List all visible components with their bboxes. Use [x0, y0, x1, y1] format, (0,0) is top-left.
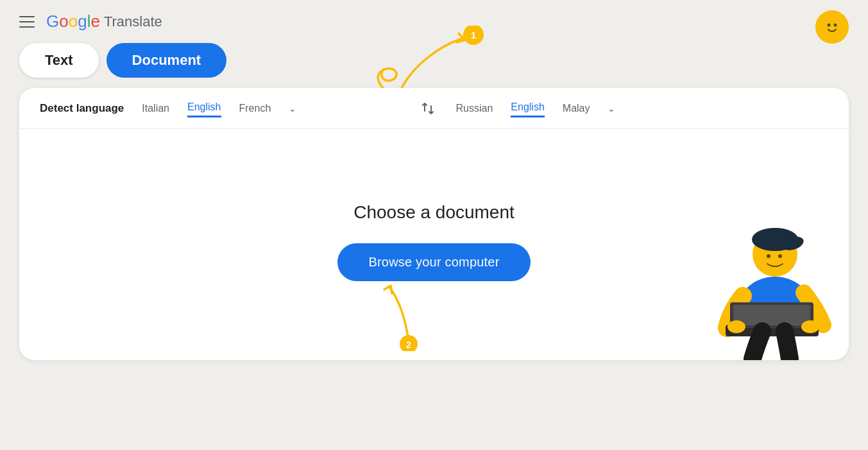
avatar[interactable]	[815, 10, 849, 44]
svg-rect-12	[726, 325, 819, 336]
svg-point-2	[828, 24, 831, 27]
svg-rect-13	[730, 302, 813, 328]
source-lang-french[interactable]: French	[239, 100, 271, 117]
source-more-dropdown[interactable]: ⌄	[289, 103, 296, 114]
logo-letter-g: G	[46, 12, 59, 31]
annotation-2: 2	[370, 281, 447, 354]
main-card: Detect language Italian English French ⌄…	[19, 88, 849, 360]
content-area: Choose a document Browse your computer 2	[19, 129, 849, 360]
detect-language[interactable]: Detect language	[40, 100, 124, 117]
tab-row: Text Document	[0, 43, 868, 88]
logo-letter-o1: o	[59, 12, 68, 31]
tab-text[interactable]: Text	[19, 43, 99, 78]
svg-point-3	[834, 24, 837, 27]
svg-text:1: 1	[471, 30, 476, 40]
header: Google Translate 1	[0, 0, 868, 43]
source-lang-italian[interactable]: Italian	[142, 100, 169, 117]
logo-letter-e: e	[90, 12, 99, 31]
target-lang-malay[interactable]: Malay	[563, 100, 590, 117]
svg-point-0	[463, 26, 484, 45]
svg-point-16	[801, 320, 819, 333]
svg-point-10	[767, 254, 770, 258]
svg-point-7	[753, 232, 797, 277]
logo-letter-g2: g	[78, 12, 87, 31]
chevron-down-icon-2: ⌄	[608, 103, 615, 114]
svg-point-11	[778, 254, 782, 258]
target-more-dropdown[interactable]: ⌄	[608, 103, 615, 114]
lang-bar: Detect language Italian English French ⌄…	[19, 88, 849, 129]
svg-point-15	[728, 320, 745, 333]
translate-label: Translate	[104, 13, 162, 30]
svg-point-9	[779, 234, 805, 253]
svg-text:2: 2	[406, 340, 411, 350]
svg-point-8	[752, 228, 798, 251]
svg-rect-14	[733, 305, 810, 325]
swap-languages-button[interactable]	[413, 101, 443, 116]
choose-document-title: Choose a document	[353, 202, 515, 223]
target-lang-russian[interactable]: Russian	[456, 100, 493, 117]
hamburger-menu-icon[interactable]	[19, 16, 35, 28]
svg-point-4	[400, 335, 418, 351]
svg-point-6	[740, 277, 810, 334]
browse-computer-button[interactable]: Browse your computer	[337, 243, 530, 281]
person-illustration	[669, 193, 849, 360]
lang-target: Russian English Malay ⌄	[443, 99, 829, 117]
chevron-down-icon: ⌄	[289, 103, 296, 114]
google-logo: Google	[46, 12, 100, 31]
target-lang-english[interactable]: English	[511, 99, 544, 117]
lang-source: Detect language Italian English French ⌄	[40, 99, 413, 117]
logo-letter-o2: o	[69, 12, 78, 31]
source-lang-english[interactable]: English	[187, 99, 221, 117]
tab-document[interactable]: Document	[106, 43, 227, 78]
